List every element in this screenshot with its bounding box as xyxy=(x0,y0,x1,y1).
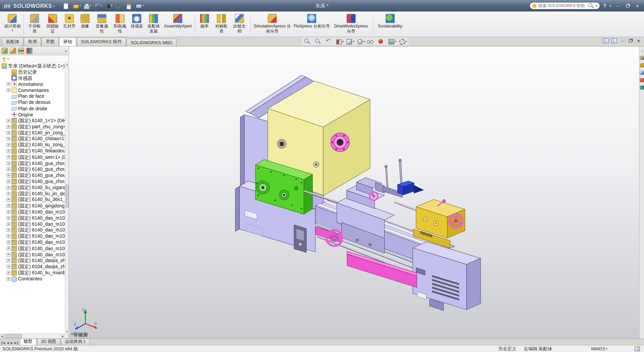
expand-plus-icon[interactable] xyxy=(6,241,10,244)
study-tab[interactable]: 3D 视图 xyxy=(37,338,60,345)
command-tab[interactable]: 装配体 xyxy=(2,37,23,46)
command-tab[interactable]: SOLIDWORKS 插件 xyxy=(77,37,126,46)
expand-plus-icon[interactable] xyxy=(6,186,10,189)
overflow-chevron-icon[interactable]: » xyxy=(65,49,67,53)
tree-item[interactable]: Plan de face xyxy=(0,93,65,99)
expand-plus-icon[interactable] xyxy=(6,131,10,135)
tree-item[interactable]: (固定) 6140_liu_36x1_5<1 xyxy=(0,197,65,203)
dropdown-caret-icon[interactable]: ▾ xyxy=(405,40,407,43)
expand-plus-icon[interactable] xyxy=(6,89,10,92)
tree-item[interactable]: Commentaires xyxy=(0,87,65,93)
graphics-area[interactable]: Y X Z *等轴测 xyxy=(69,47,639,338)
ribbon-button[interactable]: ▾ xyxy=(250,14,251,35)
ribbon-button[interactable]: 孔对齐 ▾ xyxy=(62,13,77,32)
dropdown-caret-icon[interactable]: ▾ xyxy=(353,40,354,43)
expand-plus-icon[interactable] xyxy=(6,265,10,268)
tree-item[interactable]: (固定) 6140_dao_m10<2> xyxy=(0,215,65,221)
headsup-button[interactable]: ▾ xyxy=(366,37,375,45)
dropdown-caret-icon[interactable]: ▾ xyxy=(90,4,91,7)
tree-item[interactable]: (固定) 6140_gua_zhou1<1 xyxy=(0,160,65,166)
tree-item[interactable]: Plan de dessus xyxy=(0,99,65,106)
help-caret-icon[interactable]: ▾ xyxy=(609,4,611,8)
tree-item[interactable]: (固定) 6104_daojia_zhong xyxy=(0,264,65,270)
scroll-down-icon[interactable]: ▼ xyxy=(65,330,69,334)
expand-plus-icon[interactable] xyxy=(6,162,10,165)
tree-item[interactable]: (固定) 6140_jin_zong_jigo xyxy=(0,130,65,136)
expand-plus-icon[interactable] xyxy=(6,259,10,262)
expand-plus-icon[interactable] xyxy=(6,125,10,129)
task-pane-toggle-icon[interactable] xyxy=(635,347,640,351)
expand-plus-icon[interactable] xyxy=(6,192,10,196)
tree-item[interactable]: (固定) 6140_wei<1> (Défa xyxy=(0,154,65,160)
expand-plus-icon[interactable] xyxy=(6,149,10,153)
menu-flyout-icon[interactable]: ▸ xyxy=(53,4,55,8)
tree-vertical-scrollbar[interactable]: ▲ ▼ xyxy=(65,63,69,333)
ribbon-button[interactable]: AssemblyXpert ▾ xyxy=(163,13,193,32)
dropdown-caret-icon[interactable]: ▾ xyxy=(363,40,365,43)
tree-item[interactable]: (固定) 6140_qingdong_sh... xyxy=(0,203,65,209)
command-tab[interactable]: SOLIDWORKS MBD xyxy=(126,39,177,46)
units-selector[interactable]: MMGS xyxy=(591,346,605,351)
command-tab[interactable]: 评估 xyxy=(59,37,76,46)
expand-plus-icon[interactable] xyxy=(6,271,10,275)
tree-item[interactable]: (固定) 6140_gua_zhou3<1 xyxy=(0,172,65,179)
dropdown-caret-icon[interactable]: ▾ xyxy=(79,4,81,7)
units-caret-icon[interactable]: ▾ xyxy=(606,347,607,350)
headsup-button[interactable]: ▾ xyxy=(304,37,313,45)
tree-horizontal-scrollbar[interactable]: ◀ ▶ xyxy=(0,333,65,338)
expand-plus-icon[interactable] xyxy=(6,216,10,220)
custom-properties-icon[interactable] xyxy=(640,86,644,90)
pane-split-icon[interactable] xyxy=(611,38,617,43)
scroll-up-icon[interactable]: ▲ xyxy=(65,63,69,67)
ribbon-button[interactable]: FloXpress 分析向导 ▾ xyxy=(293,13,331,32)
lathe-3d-model[interactable] xyxy=(69,47,639,338)
filter-funnel-icon[interactable] xyxy=(2,58,6,60)
tree-item[interactable]: (固定) 6140_gua_zhou2<1 xyxy=(0,166,65,172)
tree-item[interactable]: (固定) 6140_feiliaodou<1 xyxy=(0,148,65,154)
expand-plus-icon[interactable] xyxy=(6,143,10,147)
search-input[interactable]: 搜索 SOLIDWORKS 帮助 xyxy=(538,3,586,8)
qat-button[interactable]: ▾ xyxy=(72,2,81,10)
expand-plus-icon[interactable] xyxy=(6,210,10,214)
qat-button[interactable]: ▾ xyxy=(93,2,102,10)
qat-button[interactable]: ▾ xyxy=(114,2,123,10)
expand-plus-icon[interactable] xyxy=(6,277,10,281)
headsup-button[interactable]: ▾ xyxy=(325,37,334,45)
ribbon-button[interactable]: 比较文档 ▾ xyxy=(231,13,248,37)
headsup-button[interactable]: ▾ xyxy=(377,37,386,45)
document-restore-button[interactable] xyxy=(628,38,633,43)
search-box[interactable]: 搜索 SOLIDWORKS 帮助 ▾ xyxy=(529,2,600,10)
task-pane-expand-icon[interactable]: « xyxy=(641,49,643,53)
headsup-button[interactable]: ▾ xyxy=(387,37,396,45)
expand-plus-icon[interactable] xyxy=(6,119,10,123)
ribbon-button[interactable]: 测量 ▾ xyxy=(78,13,93,32)
tree-item[interactable]: (固定) 6140_dao_m10<7> xyxy=(0,245,65,252)
study-tab[interactable]: 模型 xyxy=(20,338,37,345)
dropdown-caret-icon[interactable]: ▾ xyxy=(142,4,144,7)
ribbon-button[interactable]: ▾ xyxy=(195,14,195,35)
filter-caret-icon[interactable]: ▾ xyxy=(7,57,9,60)
restore-button[interactable] xyxy=(624,3,631,8)
headsup-button[interactable]: ▾ xyxy=(346,37,355,45)
next-tab-icon[interactable] xyxy=(10,341,13,345)
tree-item[interactable]: Annotations xyxy=(0,81,65,87)
document-minimize-button[interactable]: ─ xyxy=(619,38,625,43)
ribbon-button[interactable]: ▾ xyxy=(373,14,373,35)
expand-plus-icon[interactable] xyxy=(6,228,10,232)
ribbon-button[interactable]: SimulationXpress 分析向导 ▾ xyxy=(253,13,292,37)
expand-plus-icon[interactable] xyxy=(6,180,10,183)
headsup-button[interactable]: ▾ xyxy=(335,37,344,45)
ribbon-button[interactable]: ▾ xyxy=(23,14,24,35)
headsup-button[interactable]: ▾ xyxy=(356,37,365,45)
last-tab-icon[interactable] xyxy=(14,341,18,345)
ribbon-button[interactable]: 对称检查 ▾ xyxy=(213,13,230,37)
tree-item[interactable]: (固定) 6140_chitiao<1> (D xyxy=(0,136,65,142)
qat-button[interactable]: ▾ xyxy=(135,2,144,10)
expand-plus-icon[interactable] xyxy=(6,173,10,177)
help-button[interactable]: ? xyxy=(603,3,606,8)
ribbon-button[interactable]: 装配体直观 ▾ xyxy=(145,13,162,37)
expand-plus-icon[interactable] xyxy=(6,155,10,159)
dropdown-caret-icon[interactable]: ▾ xyxy=(111,4,112,7)
tree-item[interactable]: Plan de droite xyxy=(0,106,65,112)
tree-item[interactable]: (固定) 6140_dao_m10<4> xyxy=(0,227,65,233)
